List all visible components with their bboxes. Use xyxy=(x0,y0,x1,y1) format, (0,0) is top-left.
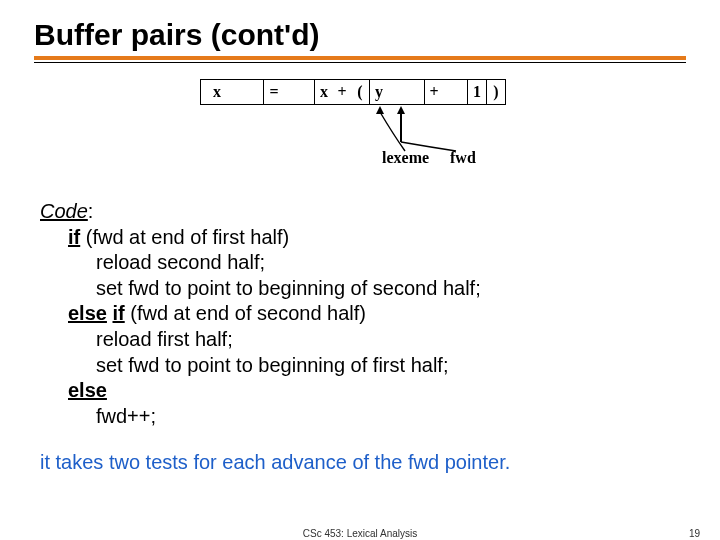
code-text: reload first half; xyxy=(96,327,686,353)
code-text: set fwd to point to beginning of first h… xyxy=(96,353,686,379)
code-text: (fwd at end of second half) xyxy=(125,302,366,324)
code-text: set fwd to point to beginning of second … xyxy=(96,276,686,302)
fwd-label: fwd xyxy=(450,149,476,167)
footer-course: CSc 453: Lexical Analysis xyxy=(0,528,720,539)
slide-title: Buffer pairs (cont'd) xyxy=(34,18,686,52)
kw-if: if xyxy=(68,226,80,248)
buffer-diagram: x = x + ( y + 1 ) lexeme xyxy=(200,79,520,171)
footer-page: 19 xyxy=(689,528,700,539)
kw-else: else xyxy=(68,379,107,401)
title-rule-orange xyxy=(34,56,686,60)
kw-else: else xyxy=(68,302,107,324)
code-text: fwd++; xyxy=(96,404,686,430)
title-rule-black xyxy=(34,62,686,63)
code-block: Code: if (fwd at end of first half) relo… xyxy=(40,199,686,429)
code-text: (fwd at end of first half) xyxy=(80,226,289,248)
code-text: reload second half; xyxy=(96,250,686,276)
kw-if: if xyxy=(113,302,125,324)
code-heading: Code xyxy=(40,200,88,222)
summary-text: it takes two tests for each advance of t… xyxy=(40,451,686,474)
